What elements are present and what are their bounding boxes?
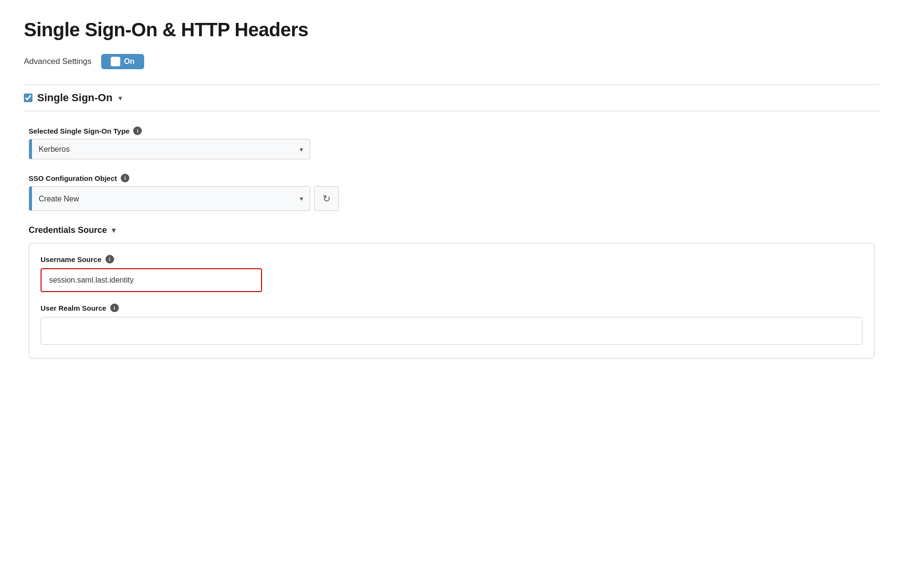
sso-type-group: Selected Single Sign-On Type i Kerberos …: [29, 126, 874, 159]
refresh-icon: ↻: [323, 193, 331, 204]
user-realm-info-icon[interactable]: i: [110, 304, 119, 312]
sso-type-chevron-icon: ▾: [293, 139, 310, 159]
sso-section-header: Single Sign-On ▾: [24, 84, 879, 111]
sso-section-title: Single Sign-On: [37, 92, 113, 104]
user-realm-label-row: User Realm Source i: [41, 304, 862, 312]
credentials-box: Username Source i User Realm Source i: [29, 243, 874, 358]
credentials-section: Credentials Source ▾ Username Source i U…: [29, 225, 874, 358]
username-input-wrapper: [41, 268, 262, 292]
sso-section-body: Selected Single Sign-On Type i Kerberos …: [24, 111, 879, 374]
sso-config-row: Create New ▾ ↻: [29, 186, 874, 211]
advanced-settings-toggle[interactable]: On: [101, 54, 144, 69]
toggle-knob: [111, 57, 120, 66]
credentials-source-header: Credentials Source ▾: [29, 225, 874, 235]
sso-config-info-icon[interactable]: i: [121, 174, 129, 182]
advanced-settings-row: Advanced Settings On: [24, 54, 879, 69]
sso-config-chevron-icon: ▾: [293, 187, 310, 210]
credentials-chevron-icon[interactable]: ▾: [112, 226, 116, 235]
sso-config-select-wrapper: Create New ▾: [29, 186, 310, 211]
sso-checkbox[interactable]: [24, 94, 32, 102]
sso-type-select-wrapper: Kerberos Basic NTLM Forms Based ▾: [29, 139, 310, 159]
sso-config-refresh-button[interactable]: ↻: [314, 186, 339, 211]
sso-type-label-row: Selected Single Sign-On Type i: [29, 126, 874, 135]
sso-chevron-icon[interactable]: ▾: [118, 94, 122, 103]
sso-config-group: SSO Configuration Object i Create New ▾ …: [29, 174, 874, 211]
sso-type-label: Selected Single Sign-On Type: [29, 127, 129, 135]
username-source-label: Username Source: [41, 255, 102, 263]
page-title: Single Sign-On & HTTP Headers: [24, 19, 879, 41]
advanced-settings-label: Advanced Settings: [24, 57, 92, 66]
user-realm-source-input[interactable]: [41, 317, 862, 345]
sso-type-select[interactable]: Kerberos Basic NTLM Forms Based: [32, 139, 293, 159]
sso-config-label: SSO Configuration Object: [29, 174, 117, 182]
toggle-label: On: [124, 57, 135, 66]
sso-config-select[interactable]: Create New: [32, 187, 293, 210]
user-realm-label: User Realm Source: [41, 304, 106, 312]
sso-config-label-row: SSO Configuration Object i: [29, 174, 874, 182]
credentials-source-title: Credentials Source: [29, 225, 107, 235]
username-source-input[interactable]: [42, 269, 261, 291]
sso-type-info-icon[interactable]: i: [133, 126, 142, 135]
username-source-label-row: Username Source i: [41, 255, 862, 263]
username-source-info-icon[interactable]: i: [105, 255, 114, 263]
